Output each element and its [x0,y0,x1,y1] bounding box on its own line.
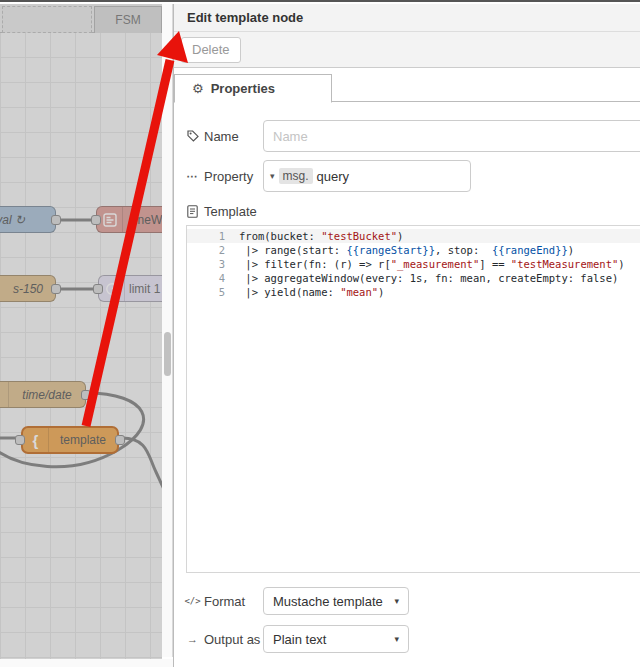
workspace-tabbar: FSM [0,4,162,33]
tab-properties[interactable]: ⚙ Properties [174,74,332,103]
tray-tabrow: ⚙ Properties [174,68,640,102]
output-row: → Output as Plain text ▾ [186,625,640,653]
chevron-down-icon: ▾ [394,634,399,644]
line-number: 5 [187,285,239,299]
name-input[interactable] [263,120,640,152]
code-text: |> filter(fn: (r) => r["_measurement"] =… [239,257,625,271]
node-template-label: template [49,433,117,447]
ellipsis-icon: ⋯ [186,170,199,183]
tray-body: Name ⋯ Property ▾ msg. query [174,102,640,653]
code-text: |> aggregateWindow(every: 1s, fn: mean, … [239,271,618,285]
code-text: |> yield(name: "mean") [239,285,384,299]
code-text: from(bucket: "testBucket") [239,229,403,243]
output-select-value: Plain text [273,632,326,647]
property-row: ⋯ Property ▾ msg. query [186,160,640,192]
code-line[interactable]: 3 |> filter(fn: (r) => r["_measurement"]… [187,257,640,271]
edit-tray: Edit template node Delete ⚙ Properties [173,4,640,667]
name-row: Name [186,120,640,152]
name-label: Name [186,129,263,144]
node-timedate-output-port[interactable] [81,390,91,400]
canvas-horizontal-scrollbar[interactable] [0,659,173,667]
format-select-value: Mustache template [273,594,383,609]
line-number: 2 [187,243,239,257]
code-text: |> range(start: {{rangeStart}}, stop: {{… [239,243,574,257]
node-template-input-port[interactable] [15,435,25,445]
canvas-vertical-scrollbar[interactable] [162,4,173,657]
tab-properties-label: Properties [211,81,275,96]
tray-toolbar: Delete [174,32,640,68]
flow-wires [0,4,162,667]
node-limit-label: limit 1 ms [125,282,162,296]
workspace-tab-fsm[interactable]: FSM [94,6,162,33]
template-label: Template [186,204,640,219]
delete-button[interactable]: Delete [181,37,241,63]
node-template-output-port[interactable] [115,435,125,445]
property-value[interactable]: query [317,169,350,184]
vertical-scrollbar-thumb[interactable] [164,332,171,376]
format-row: </> Format Mustache template ▾ [186,587,640,615]
node-limit-input-port[interactable] [93,284,103,294]
code-line[interactable]: 2 |> range(start: {{rangeStart}}, stop: … [187,243,640,257]
node-timedate[interactable]: f time/date [0,381,86,408]
template-code-editor[interactable]: 1from(bucket: "testBucket")2 |> range(st… [186,225,640,573]
flow-canvas[interactable]: interval ↻ sineWave s-150 [0,4,162,667]
document-icon [186,205,199,218]
template-brace-icon: { [23,428,49,452]
node-limit[interactable]: limit 1 ms [98,275,162,302]
gear-icon: ⚙ [192,81,204,96]
code-line[interactable]: 4 |> aggregateWindow(every: 1s, fn: mean… [187,271,640,285]
format-select[interactable]: Mustache template ▾ [263,587,409,615]
tray-title: Edit template node [174,4,640,32]
node-s150[interactable]: s-150 [0,275,56,302]
property-label: ⋯ Property [186,169,263,184]
chevron-down-icon[interactable]: ▾ [270,171,275,181]
node-interval-output-port[interactable] [51,215,61,225]
code-line[interactable]: 5 |> yield(name: "mean") [187,285,640,299]
node-sinewave-input-port[interactable] [91,215,101,225]
node-template[interactable]: { template [21,426,119,454]
node-red-editor: interval ↻ sineWave s-150 [0,0,640,667]
code-icon: </> [186,596,199,606]
node-s150-label: s-150 [0,282,55,296]
node-interval-label: interval ↻ [0,213,55,227]
node-sinewave-label: sineWave [123,213,162,227]
right-arrow-icon: → [186,633,199,645]
code-line[interactable]: 1from(bucket: "testBucket") [187,229,640,243]
output-select[interactable]: Plain text ▾ [263,625,409,653]
msg-type-chip[interactable]: msg. [279,168,313,184]
chevron-down-icon: ▾ [394,596,399,606]
output-label: → Output as [186,632,263,647]
node-sinewave[interactable]: sineWave [96,206,162,233]
node-interval[interactable]: interval ↻ [0,206,56,233]
line-number: 1 [187,229,239,243]
format-label: </> Format [186,594,263,609]
workspace-tab-blank[interactable] [2,6,92,33]
function-icon: f [0,382,9,407]
tag-icon [186,130,199,142]
line-number: 4 [187,271,239,285]
property-typed-input[interactable]: ▾ msg. query [263,160,471,192]
line-number: 3 [187,257,239,271]
node-timedate-label: time/date [9,388,85,402]
node-s150-output-port[interactable] [51,284,61,294]
